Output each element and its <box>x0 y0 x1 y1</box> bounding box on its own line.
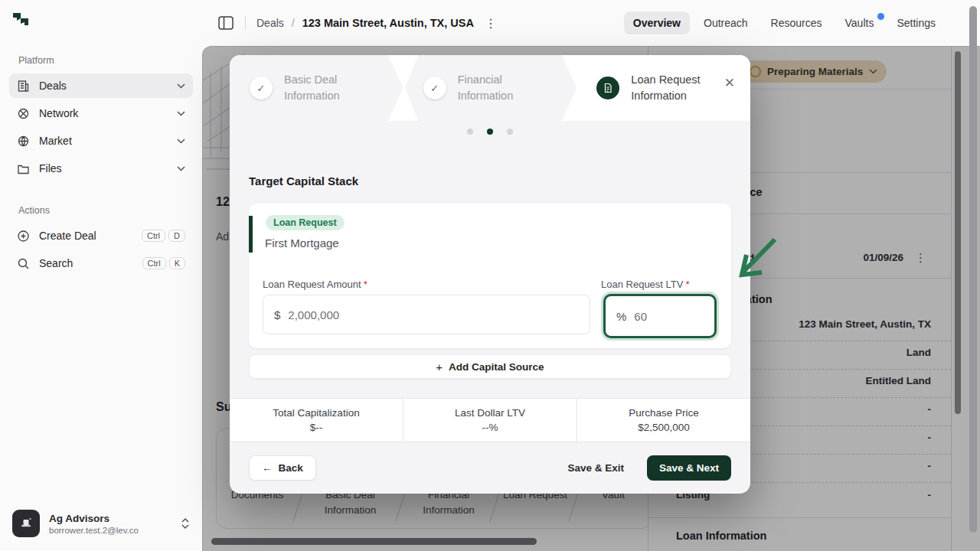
sidebar-item-label: Network <box>39 107 177 119</box>
required-asterisk: * <box>364 279 368 290</box>
magician-hat-icon <box>18 516 34 531</box>
sidebar-item-deals[interactable]: Deals <box>9 73 193 98</box>
top-navigation: Overview Outreach Resources Vaults Setti… <box>624 11 980 34</box>
stat-value: $-- <box>310 422 323 433</box>
avatar <box>12 510 40 537</box>
loan-request-ltv-field: Loan Request LTV* % <box>601 279 719 341</box>
close-icon[interactable]: ✕ <box>724 75 735 91</box>
step-financial-information[interactable]: ✓ Financial Information <box>403 55 577 121</box>
breadcrumb-separator: / <box>292 17 295 29</box>
building-icon <box>17 80 30 93</box>
tab-settings[interactable]: Settings <box>887 11 945 34</box>
purchase-price-stat: Purchase Price $2,500,000 <box>577 399 750 442</box>
capital-source-title: First Mortgage <box>265 236 339 249</box>
breadcrumb-current: 123 Main Street, Austin, TX, USA <box>302 17 474 29</box>
dollar-prefix-icon: $ <box>274 308 280 321</box>
plus-circle-icon <box>17 230 30 243</box>
sidebar-toggle-icon[interactable] <box>217 15 234 31</box>
user-email: borrower.test.2@lev.co <box>49 526 139 535</box>
arrow-left-icon: ← <box>262 462 273 474</box>
ltv-highlight-ring: % <box>601 292 719 341</box>
tab-resources[interactable]: Resources <box>762 11 831 34</box>
field-label: Loan Request LTV* <box>601 279 719 290</box>
save-and-exit-button[interactable]: Save & Exit <box>558 456 633 480</box>
ltv-input-wrapper: % <box>603 294 717 338</box>
platform-section-label: Platform <box>18 55 54 66</box>
chevron-down-icon <box>177 166 185 171</box>
dot-2-active[interactable] <box>487 129 493 135</box>
breadcrumb-deals[interactable]: Deals <box>256 17 284 29</box>
topbar: Deals / 123 Main Street, Austin, TX, USA… <box>202 0 980 46</box>
step-label: Basic Deal Information <box>284 72 368 104</box>
sidebar-item-label: Market <box>39 135 177 147</box>
add-capital-source-label: Add Capital Source <box>449 361 544 373</box>
network-icon <box>17 107 30 120</box>
chevron-down-icon <box>177 111 185 116</box>
kbd-ctrl: Ctrl <box>142 230 165 242</box>
amount-input-wrapper: $ <box>263 295 590 334</box>
folder-icon <box>17 162 30 175</box>
wizard-stepper: ✓ Basic Deal Information ✓ Financial Inf… <box>230 55 750 121</box>
page-scrollbar[interactable] <box>969 6 977 533</box>
plus-icon: + <box>436 360 443 373</box>
stat-label: Purchase Price <box>629 407 699 419</box>
sidebar-item-label: Deals <box>39 80 177 92</box>
updown-chevron-icon <box>181 517 190 530</box>
chevron-down-icon <box>177 83 185 89</box>
deal-kebab-menu[interactable]: ⋮ <box>485 16 497 31</box>
divider <box>245 16 246 30</box>
pagination-dots <box>230 129 750 135</box>
check-icon: ✓ <box>250 77 273 99</box>
loan-request-amount-field: Loan Request Amount* $ <box>263 279 590 334</box>
loan-request-wizard-modal: ✓ Basic Deal Information ✓ Financial Inf… <box>230 55 750 494</box>
dot-1[interactable] <box>467 129 473 135</box>
card-accent-bar <box>249 216 253 253</box>
sidebar-item-market[interactable]: Market <box>9 129 193 153</box>
sidebar-item-label: Files <box>39 162 177 174</box>
actions-section-label: Actions <box>18 205 50 216</box>
tab-outreach[interactable]: Outreach <box>694 11 757 34</box>
required-asterisk: * <box>685 279 689 290</box>
kbd-k: K <box>169 257 185 269</box>
section-heading: Target Capital Stack <box>249 174 358 187</box>
dot-3[interactable] <box>507 129 513 135</box>
step-label: Financial Information <box>458 72 542 104</box>
field-label: Loan Request Amount* <box>263 279 590 290</box>
sidebar: Platform Deals Network Market Files Acti… <box>0 0 202 551</box>
back-button[interactable]: ← Back <box>249 455 316 481</box>
modal-footer: ← Back Save & Exit Save & Next <box>230 442 750 494</box>
notification-dot <box>877 13 884 20</box>
tab-overview[interactable]: Overview <box>624 11 690 34</box>
save-and-next-button[interactable]: Save & Next <box>647 455 731 481</box>
globe-icon <box>17 135 30 148</box>
search-action[interactable]: Search Ctrl K <box>9 251 193 276</box>
kbd-ctrl: Ctrl <box>142 257 166 269</box>
check-icon: ✓ <box>423 77 446 99</box>
loan-request-ltv-input[interactable] <box>634 310 704 323</box>
create-deal-action[interactable]: Create Deal Ctrl D <box>9 223 193 248</box>
loan-request-amount-input[interactable] <box>288 308 579 321</box>
document-icon <box>596 77 619 99</box>
capital-source-card: Loan Request First Mortgage Loan Request… <box>249 204 731 348</box>
capitalization-summary-bar: Total Capitalization $-- Last Dollar LTV… <box>230 398 750 442</box>
tab-vaults[interactable]: Vaults <box>836 11 884 34</box>
magnifier-icon <box>17 257 30 270</box>
total-capitalization-stat: Total Capitalization $-- <box>230 399 403 442</box>
kbd-d: D <box>168 230 185 242</box>
stat-value: $2,500,000 <box>638 422 690 433</box>
sidebar-item-files[interactable]: Files <box>9 156 193 181</box>
stat-label: Total Capitalization <box>273 407 359 419</box>
user-info: Ag Advisors borrower.test.2@lev.co <box>49 513 139 535</box>
sidebar-item-network[interactable]: Network <box>9 101 193 126</box>
user-name: Ag Advisors <box>49 513 139 524</box>
account-switcher[interactable]: Ag Advisors borrower.test.2@lev.co <box>6 504 196 543</box>
loan-request-badge: Loan Request <box>266 215 345 230</box>
app-logo <box>11 11 31 31</box>
action-label: Create Deal <box>39 230 139 242</box>
action-label: Search <box>39 257 139 269</box>
step-basic-deal-information[interactable]: ✓ Basic Deal Information <box>230 55 403 121</box>
chevron-down-icon <box>177 139 185 144</box>
stat-label: Last Dollar LTV <box>455 407 525 419</box>
add-capital-source-button[interactable]: + Add Capital Source <box>249 354 731 379</box>
stat-value: --% <box>482 422 498 433</box>
